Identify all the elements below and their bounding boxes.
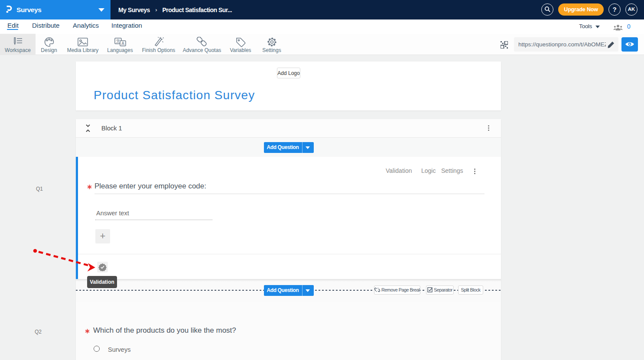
svg-text:A: A (121, 41, 124, 46)
svg-text:文: 文 (116, 39, 120, 43)
